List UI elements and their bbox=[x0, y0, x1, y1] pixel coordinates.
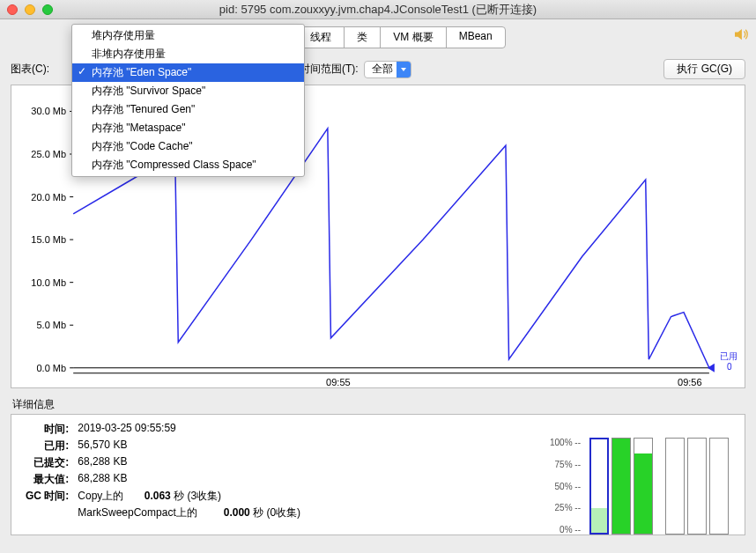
svg-text:已用: 已用 bbox=[720, 351, 737, 361]
details-heading: 详细信息 bbox=[11, 388, 745, 414]
memory-bars bbox=[589, 438, 729, 535]
chart-label: 图表(C): bbox=[11, 62, 49, 77]
tab-classes[interactable]: 类 bbox=[345, 27, 381, 48]
dropdown-item[interactable]: 内存池 "Tenured Gen" bbox=[72, 100, 304, 119]
memory-bar[interactable] bbox=[634, 438, 653, 535]
memory-bar[interactable] bbox=[589, 438, 609, 535]
dropdown-item[interactable]: 内存池 "Survivor Space" bbox=[72, 82, 304, 100]
svg-text:09:56: 09:56 bbox=[678, 377, 702, 387]
svg-text:09:55: 09:55 bbox=[326, 377, 351, 387]
window-titlebar: pid: 5795 com.zouxxyy.jvm.chap4.JConsole… bbox=[0, 0, 756, 19]
window-controls bbox=[7, 4, 53, 15]
tab-threads[interactable]: 线程 bbox=[298, 27, 345, 48]
sound-icon bbox=[733, 28, 749, 41]
svg-text:25.0 Mb: 25.0 Mb bbox=[31, 149, 66, 159]
tab-vm-summary[interactable]: VM 概要 bbox=[381, 27, 446, 48]
svg-text:0.0 Mb: 0.0 Mb bbox=[36, 363, 66, 373]
time-range-select[interactable]: 全部 bbox=[364, 61, 411, 78]
dropdown-item[interactable]: 内存池 "Metaspace" bbox=[72, 119, 304, 137]
bar-y-labels: 100% --75% --50% --25% --0% -- bbox=[550, 438, 584, 535]
chevron-down-icon bbox=[397, 62, 411, 77]
perform-gc-button[interactable]: 执行 GC(G) bbox=[663, 59, 745, 79]
dropdown-item[interactable]: 内存池 "Compressed Class Space" bbox=[72, 156, 304, 174]
dropdown-item[interactable]: 内存池 "Code Cache" bbox=[72, 137, 304, 156]
tab-mbean[interactable]: MBean bbox=[447, 27, 505, 48]
time-range-value: 全部 bbox=[372, 62, 393, 77]
memory-bar[interactable] bbox=[665, 438, 685, 535]
close-icon[interactable] bbox=[7, 4, 18, 15]
dropdown-item[interactable]: 内存池 "Eden Space" bbox=[72, 63, 304, 82]
svg-text:15.0 Mb: 15.0 Mb bbox=[31, 234, 66, 245]
svg-text:30.0 Mb: 30.0 Mb bbox=[31, 106, 66, 116]
details-panel: 时间:2019-03-25 09:55:59已用:56,570 KB已提交:68… bbox=[11, 414, 745, 535]
details-kv-table: 时间:2019-03-25 09:55:59已用:56,570 KB已提交:68… bbox=[20, 420, 306, 522]
zoom-icon[interactable] bbox=[42, 4, 53, 15]
chart-select-dropdown[interactable]: 堆内存使用量非堆内存使用量内存池 "Eden Space"内存池 "Surviv… bbox=[71, 24, 305, 177]
dropdown-item[interactable]: 非堆内存使用量 bbox=[72, 45, 304, 63]
svg-text:5.0 Mb: 5.0 Mb bbox=[36, 320, 66, 330]
memory-bar[interactable] bbox=[709, 438, 729, 535]
time-range-label: 时间范围(T): bbox=[300, 62, 359, 77]
minimize-icon[interactable] bbox=[25, 4, 35, 15]
dropdown-item[interactable]: 堆内存使用量 bbox=[72, 26, 304, 45]
window-title: pid: 5795 com.zouxxyy.jvm.chap4.JConsole… bbox=[0, 2, 756, 18]
memory-bar[interactable] bbox=[611, 438, 631, 535]
svg-text:10.0 Mb: 10.0 Mb bbox=[31, 277, 66, 288]
svg-text:20.0 Mb: 20.0 Mb bbox=[31, 192, 66, 203]
svg-text:0: 0 bbox=[727, 362, 732, 372]
memory-bar[interactable] bbox=[687, 438, 707, 535]
